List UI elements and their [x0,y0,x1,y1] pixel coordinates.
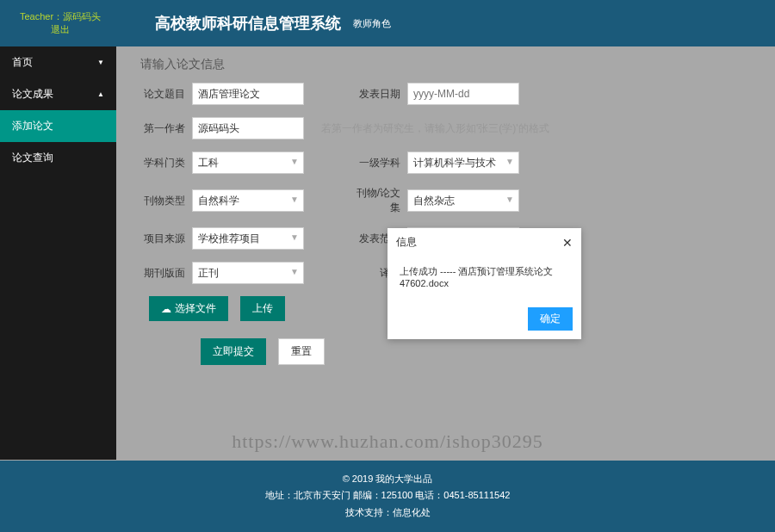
close-icon[interactable]: ✕ [562,236,573,250]
label-project-src: 项目来源 [140,232,192,246]
row-subject: 学科门类 ▼ 一级学科 ▼ [140,152,751,174]
select-subject[interactable] [407,152,519,174]
footer: © 2019 我的大学出品 地址：北京市天安门 邮编：125100 电话：045… [0,461,775,532]
footer-support: 技术支持：信息化处 [0,504,775,522]
label-page: 期刊版面 [140,266,192,281]
label-author: 第一作者 [140,121,192,136]
footer-address: 地址：北京市天安门 邮编：125100 电话：0451-85111542 [0,487,775,504]
logout-link[interactable]: 退出 [9,23,112,36]
nav-add-paper-label: 添加论文 [12,119,53,133]
caret-up-icon: ▲ [97,90,104,98]
footer-copyright: © 2019 我的大学出品 [0,471,775,488]
submit-button[interactable]: 立即提交 [201,338,266,365]
modal-footer: 确定 [388,302,581,339]
teacher-label: Teacher：源码码头 [20,11,101,22]
input-title[interactable] [192,83,304,105]
label-subject: 一级学科 [356,156,407,170]
select-journal-name[interactable] [407,189,519,212]
select-journal-type[interactable] [192,189,304,212]
header: 高校教师科研信息管理系统 教师角色 [0,0,775,46]
select-file-button[interactable]: ☁ 选择文件 [149,296,228,321]
reset-button[interactable]: 重置 [278,338,325,365]
label-journal-type: 刊物类型 [140,194,192,208]
info-modal: 信息 ✕ 上传成功 ----- 酒店预订管理系统论文47602.docx 确定 [388,228,581,339]
input-author[interactable] [192,117,304,139]
confirm-label: 确定 [540,312,561,325]
modal-title: 信息 [396,235,417,250]
caret-down-icon: ▼ [97,59,104,66]
modal-body: 上传成功 ----- 酒店预订管理系统论文47602.docx [388,257,581,302]
author-hint: 若第一作者为研究生，请输入形如'张三(学)'的格式 [321,121,549,136]
upload-button[interactable]: 上传 [240,296,285,321]
nav-add-paper[interactable]: 添加论文 [0,110,116,142]
confirm-button[interactable]: 确定 [528,307,573,331]
row-journal: 刊物类型 ▼ 刊物/论文集 ▼ [140,186,751,215]
row-title: 论文题目 发表日期 [140,83,751,105]
cloud-upload-icon: ☁ [161,303,171,315]
app-title: 高校教师科研信息管理系统 [155,13,341,34]
select-file-label: 选择文件 [175,301,216,316]
label-subject-cat: 学科门类 [140,156,192,170]
select-page[interactable] [192,262,304,284]
label-title: 论文题目 [140,87,192,102]
modal-header: 信息 ✕ [388,228,581,257]
sidebar: 首页 ▼ 论文成果 ▲ 添加论文 论文查询 [0,46,116,460]
role-label: 教师角色 [353,17,391,30]
teacher-info: Teacher：源码码头 退出 [9,10,112,36]
nav-papers-label: 论文成果 [12,87,53,102]
upload-label: 上传 [252,301,273,316]
submit-label: 立即提交 [213,344,254,359]
submit-row: 立即提交 重置 [201,338,751,365]
nav-home[interactable]: 首页 ▼ [0,46,116,78]
nav-query-paper[interactable]: 论文查询 [0,142,116,174]
nav-query-paper-label: 论文查询 [12,151,53,165]
select-subject-cat[interactable] [192,152,304,174]
input-date[interactable] [407,83,519,105]
nav-home-label: 首页 [12,55,33,70]
select-project-src[interactable] [192,227,304,250]
nav-papers[interactable]: 论文成果 ▲ [0,78,116,110]
reset-label: 重置 [291,344,312,359]
label-journal-name: 刊物/论文集 [356,186,407,215]
page-title: 请输入论文信息 [140,57,751,72]
row-author: 第一作者 若第一作者为研究生，请输入形如'张三(学)'的格式 [140,117,751,139]
label-date: 发表日期 [356,87,407,102]
watermark: https://www.huzhan.com/ishop30295 [232,430,543,453]
